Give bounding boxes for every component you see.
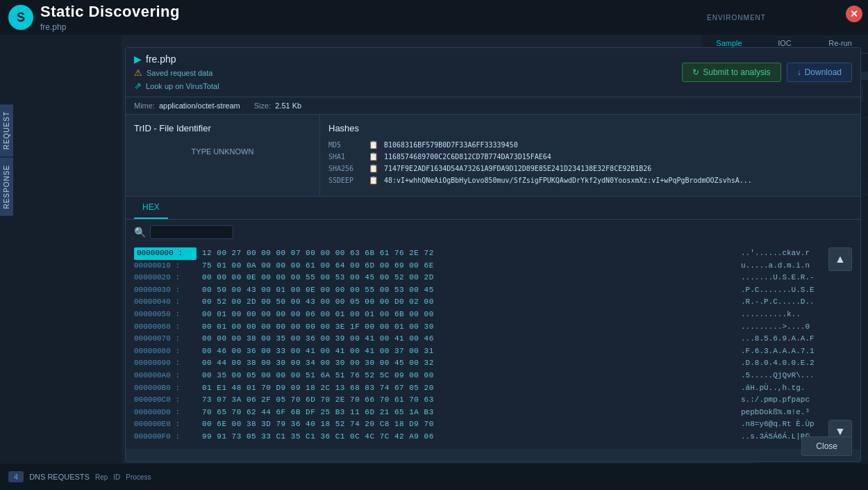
hex-row: 00000010 : 75 01 00 0A 00 00 00 61 00 64… [134,260,852,272]
hash-label-md5: MD5 [328,141,363,149]
hash-row-ssdeep: SSDEEP 📋 48:vI+whhQNeAiOgBbHyLovo850muv/… [328,176,852,185]
trid-type: TYPE UNKNOWN [134,147,311,156]
warning-icon: ⚠ [134,67,142,78]
hash-row-md5: MD5 📋 B1068316BF579B0D7F33A6FF33339450 [328,140,852,149]
hex-ascii: .........>....0 [741,321,852,334]
lookup-icon: ⇗ [134,81,142,91]
hex-ascii: .R.-.P.C.....D.. [741,296,852,309]
hash-value-ssdeep: 48:vI+whhQNeAiOgBbHyLovo850muv/SfZsigFPU… [384,177,752,184]
hex-row: 000000A0 : 00 35 00 05 00 00 00 51 6A 51… [134,370,852,382]
hex-row: 000000B0 : 01 E1 48 01 70 D9 09 18 2C 13… [134,382,852,395]
hashes-section: Hashes MD5 📋 B1068316BF579B0D7F33A6FF333… [320,115,860,196]
hash-label-sha256: SHA256 [328,165,363,172]
app-logo: S [8,5,33,30]
hex-tab[interactable]: HEX [134,197,168,219]
hex-ascii: .5.....QjQvR\... [741,370,852,382]
dialog-header: ▶ fre.php ⚠ Saved request data ⇗ Look up… [126,48,860,97]
scroll-up-button[interactable]: ▲ [828,247,852,271]
hash-copy-icon[interactable]: 📋 [369,164,378,173]
hex-bytes: 75 01 00 0A 00 00 00 61 00 64 00 6D 00 6… [202,260,735,272]
response-tab[interactable]: RESPONSE [0,158,13,216]
col-process: Process [126,473,151,481]
app-title: Static Discovering [40,3,180,21]
trid-title: TrID - File Identifier [134,123,311,133]
hex-ascii: s.:/.pmp.pfpapc [741,394,852,407]
hex-bytes: 00 50 00 43 00 01 00 0E 00 00 00 55 00 5… [202,284,735,297]
hex-content: 🔍 00000000 : 12 00 27 00 00 00 07 00 00 … [126,220,860,449]
saved-request-link[interactable]: Saved request data [147,69,212,77]
hex-ascii: .D.8.0.4.0.0.E.2 [741,357,852,370]
bottom-bar: 4 DNS REQUESTS Rep ID Process [0,464,868,490]
hex-row: 000000F0 : 99 91 73 05 33 C1 35 C1 36 C1… [134,431,852,443]
dns-count-badge: 4 [8,471,24,482]
hex-bytes: 99 91 73 05 33 C1 35 C1 36 C1 0C 4C 7C 4… [202,431,735,443]
hex-row: 00000030 : 00 50 00 43 00 01 00 0E 00 00… [134,284,852,297]
hex-bytes: 00 35 00 05 00 00 00 51 6A 51 76 52 5C 0… [202,370,735,382]
hash-value-md5: B1068316BF579B0D7F33A6FF33339450 [384,141,518,149]
hex-bytes: 73 07 3A 06 2F 05 70 6D 70 2E 70 66 70 6… [202,394,735,407]
hex-address: 000000E0 : [134,418,197,431]
hex-address: 00000010 : [134,260,197,272]
hash-value-sha1: 1168574689700C2C6D812CD7B774DA73D15FAE64 [384,153,551,161]
right-top-bar: ENVIRONMENT ✕ [701,0,868,35]
hex-address: 00000090 : [134,357,197,370]
file-arrow-icon: ▶ [134,54,142,65]
hex-row: 00000080 : 00 46 00 36 00 33 00 41 00 41… [134,345,852,358]
hex-ascii: ...8.5.6.9.A.A.F [741,333,852,345]
dns-requests-label: DNS REQUESTS [29,473,90,481]
hex-address: 000000C0 : [134,394,197,407]
hex-address: 000000A0 : [134,370,197,382]
hex-row: 00000060 : 00 01 00 00 00 00 00 00 00 3E… [134,321,852,334]
download-label: Download [805,67,842,77]
hex-row: 00000020 : 00 00 00 0E 00 00 00 55 00 53… [134,272,852,284]
hex-row: 00000090 : 00 44 00 38 00 30 00 34 00 30… [134,357,852,370]
hex-viewer: HEX 🔍 00000000 : 12 00 27 00 00 00 07 00… [126,197,860,449]
hex-address: 00000080 : [134,345,197,358]
hex-table: 00000000 : 12 00 27 00 00 00 07 00 00 00… [126,247,860,449]
hex-row: 000000C0 : 73 07 3A 06 2F 05 70 6D 70 2E… [134,394,852,407]
hex-address: 000000F0 : [134,431,197,443]
hash-label-ssdeep: SSDEEP [328,177,363,184]
hex-bytes: 00 01 00 00 00 00 00 00 00 3E 1F 00 00 0… [202,321,735,334]
close-button-top[interactable]: ✕ [846,6,862,22]
hex-bytes: 12 00 27 00 00 00 07 00 00 00 63 6B 61 7… [202,247,735,260]
hash-copy-icon[interactable]: 📋 [369,140,378,149]
file-metadata: Mime: application/octet-stream Size: 2.5… [126,97,860,115]
hash-row-sha256: SHA256 📋 7147F9E2ADF1634D54A73261A9FDA9D… [328,164,852,173]
hex-ascii: .áH.pÙ..,h.tg. [741,382,852,395]
close-dialog-button[interactable]: Close [801,436,852,456]
hex-address: 000000B0 : [134,382,197,395]
hex-ascii: .......U.S.E.R.- [741,272,852,284]
hex-search-area: 🔍 [134,225,233,239]
hex-row: 00000000 : 12 00 27 00 00 00 07 00 00 00… [134,247,852,260]
trid-section: TrID - File Identifier TYPE UNKNOWN [126,115,320,196]
hex-address: 000000D0 : [134,407,197,419]
search-icon: 🔍 [134,227,146,238]
col-id: ID [113,473,120,481]
content-row: TrID - File Identifier TYPE UNKNOWN Hash… [126,115,860,197]
app-title-group: Static Discovering fre.php [40,3,180,32]
side-tabs: REQUEST RESPONSE [0,104,15,218]
file-info: ▶ fre.php ⚠ Saved request data ⇗ Look up… [134,54,219,91]
hash-copy-icon[interactable]: 📋 [369,176,378,185]
hex-bytes: 00 46 00 36 00 33 00 41 00 41 00 41 00 3… [202,345,735,358]
hex-bytes: 00 52 00 2D 00 50 00 43 00 00 05 00 00 D… [202,296,735,309]
request-tab[interactable]: REQUEST [0,104,13,156]
hex-address: 00000050 : [134,309,197,321]
dialog-footer: Close [801,436,852,456]
hex-ascii: ..........k.. [741,309,852,321]
hex-search-input[interactable] [150,225,233,239]
left-panel [0,0,122,490]
submit-analysis-button[interactable]: ↻ Submit to analysis [682,63,781,82]
hex-row: 00000040 : 00 52 00 2D 00 50 00 43 00 00… [134,296,852,309]
hex-address: 00000070 : [134,333,197,345]
download-button[interactable]: ↓ Download [787,63,852,82]
environment-label: ENVIRONMENT [701,14,771,22]
submit-label: Submit to analysis [703,67,770,77]
size-label: Size: [254,101,271,110]
virustotal-link[interactable]: Look up on VirusTotal [146,82,219,90]
hash-row-sha1: SHA1 📋 1168574689700C2C6D812CD7B774DA73D… [328,152,852,161]
mime-label: Mime: [134,101,155,110]
hash-copy-icon[interactable]: 📋 [369,152,378,161]
hex-row: 00000070 : 00 00 00 38 00 35 00 36 00 39… [134,333,852,345]
